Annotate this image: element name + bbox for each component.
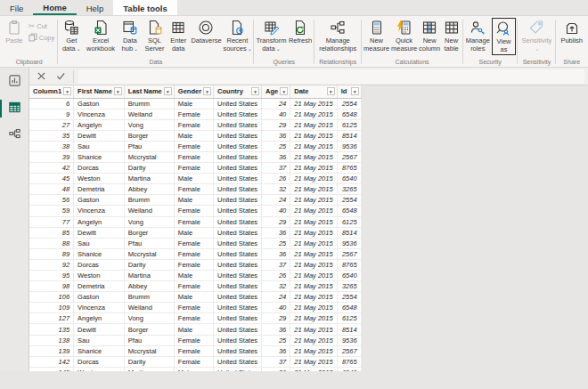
table-cell[interactable]: 42	[29, 163, 74, 174]
filter-dropdown-icon[interactable]: ▾	[114, 87, 122, 95]
table-cell[interactable]: Borger	[124, 324, 174, 335]
table-cell[interactable]: Pfau	[124, 238, 174, 248]
table-cell[interactable]: 2567	[337, 345, 361, 356]
table-cell[interactable]: 40	[262, 303, 290, 313]
table-cell[interactable]: Darity	[124, 163, 174, 174]
filter-dropdown-icon[interactable]: ▾	[63, 87, 71, 95]
table-cell[interactable]: 2554	[337, 195, 361, 206]
table-cell[interactable]: United States	[214, 303, 262, 313]
table-cell[interactable]: Vong	[124, 216, 174, 227]
table-cell[interactable]: 21 May 2015	[290, 292, 337, 303]
table-cell[interactable]: 21 May 2015	[290, 163, 337, 174]
table-cell[interactable]: 8765	[337, 163, 361, 174]
table-cell[interactable]: Male	[174, 324, 213, 335]
table-cell[interactable]: 9536	[337, 141, 361, 151]
table-cell[interactable]: Mccrystal	[124, 345, 174, 356]
table-cell[interactable]: 2554	[337, 98, 361, 109]
table-cell[interactable]: Female	[174, 151, 213, 162]
table-cell[interactable]: United States	[214, 206, 262, 216]
table-cell[interactable]: 139	[29, 345, 74, 356]
table-cell[interactable]: 6540	[337, 174, 361, 184]
table-cell[interactable]: 37	[262, 356, 290, 367]
table-cell[interactable]: Angelyn	[74, 119, 125, 130]
table-cell[interactable]: 8514	[337, 227, 361, 238]
table-cell[interactable]: 21 May 2015	[290, 98, 337, 109]
table-cell[interactable]: 135	[29, 324, 74, 335]
filter-dropdown-icon[interactable]: ▾	[164, 87, 172, 95]
table-cell[interactable]: 21 May 2015	[290, 248, 337, 259]
table-cell[interactable]: 9	[29, 109, 74, 119]
table-cell[interactable]: United States	[214, 248, 262, 259]
table-cell[interactable]: Dewitt	[74, 227, 125, 238]
table-cell[interactable]: Darity	[124, 356, 174, 367]
table-cell[interactable]: 40	[262, 109, 290, 119]
table-cell[interactable]: Shanice	[74, 248, 125, 259]
table-cell[interactable]: 6125	[337, 216, 361, 227]
table-cell[interactable]: Shanice	[74, 151, 125, 162]
cut-button[interactable]: ✂ Cut	[27, 20, 57, 32]
table-cell[interactable]: Female	[174, 141, 213, 151]
table-cell[interactable]: Sau	[74, 335, 125, 345]
table-cell[interactable]: Brumm	[124, 292, 174, 303]
table-cell[interactable]: 21 May 2015	[290, 335, 337, 345]
table-cell[interactable]: 24	[262, 98, 290, 109]
table-cell[interactable]: Female	[174, 184, 213, 195]
table-cell[interactable]: Weston	[74, 271, 125, 281]
table-cell[interactable]: 3265	[337, 184, 361, 195]
sql-server-button[interactable]: SQL Server	[143, 18, 167, 53]
table-cell[interactable]: Female	[174, 216, 213, 227]
table-cell[interactable]: Female	[174, 345, 213, 356]
table-cell[interactable]: 21 May 2015	[290, 259, 337, 270]
table-cell[interactable]: 36	[262, 130, 290, 141]
table-cell[interactable]: Martina	[124, 174, 174, 184]
table-cell[interactable]: United States	[214, 238, 262, 248]
table-cell[interactable]: United States	[214, 292, 262, 303]
table-cell[interactable]: 6125	[337, 119, 361, 130]
new-measure-button[interactable]: New measure	[363, 18, 390, 53]
table-cell[interactable]: United States	[214, 356, 262, 367]
table-cell[interactable]: 145	[29, 367, 74, 371]
table-cell[interactable]: 6	[29, 98, 74, 109]
table-cell[interactable]: 21 May 2015	[290, 345, 337, 356]
table-cell[interactable]: 21 May 2015	[290, 195, 337, 206]
refresh-button[interactable]: Refresh	[288, 18, 314, 46]
filter-dropdown-icon[interactable]: ▾	[327, 87, 335, 95]
table-cell[interactable]: 21 May 2015	[290, 206, 337, 216]
manage-roles-button[interactable]: Manage roles	[464, 18, 492, 53]
table-cell[interactable]: 6540	[337, 271, 361, 281]
table-cell[interactable]: 2554	[337, 292, 361, 303]
table-cell[interactable]: 21 May 2015	[290, 119, 337, 130]
paste-button[interactable]: Paste	[2, 18, 27, 46]
table-cell[interactable]: 6548	[337, 109, 361, 119]
table-cell[interactable]: 29	[262, 216, 290, 227]
table-cell[interactable]: United States	[214, 163, 262, 174]
table-cell[interactable]: United States	[214, 98, 262, 109]
data-hub-button[interactable]: Data hub⌄	[118, 18, 143, 53]
recent-sources-button[interactable]: Recent sources⌄	[222, 18, 252, 53]
table-cell[interactable]: Female	[174, 356, 213, 367]
table-cell[interactable]: Male	[174, 292, 213, 303]
table-cell[interactable]: Male	[174, 195, 213, 206]
table-cell[interactable]: Demetria	[74, 281, 125, 292]
sensitivity-button[interactable]: Sensitivity ⌄	[519, 18, 554, 53]
manage-relationships-button[interactable]: Manage relationships	[315, 18, 360, 53]
table-cell[interactable]: 6540	[337, 367, 361, 371]
table-cell[interactable]: United States	[214, 151, 262, 162]
table-cell[interactable]: 21 May 2015	[290, 227, 337, 238]
filter-dropdown-icon[interactable]: ▾	[203, 87, 211, 95]
table-cell[interactable]: 8765	[337, 356, 361, 367]
table-cell[interactable]: United States	[214, 227, 262, 238]
table-cell[interactable]: 26	[262, 367, 290, 371]
view-as-button[interactable]: View as	[492, 18, 517, 55]
table-cell[interactable]: 45	[29, 174, 74, 184]
table-cell[interactable]: United States	[214, 259, 262, 270]
table-cell[interactable]: Female	[174, 119, 213, 130]
table-cell[interactable]: United States	[214, 367, 262, 371]
table-cell[interactable]: Abbey	[124, 184, 174, 195]
table-cell[interactable]: 6125	[337, 313, 361, 324]
table-cell[interactable]: 77	[29, 216, 74, 227]
table-cell[interactable]: Female	[174, 238, 213, 248]
table-cell[interactable]: 36	[262, 248, 290, 259]
table-cell[interactable]: 21 May 2015	[290, 130, 337, 141]
table-cell[interactable]: 9536	[337, 335, 361, 345]
